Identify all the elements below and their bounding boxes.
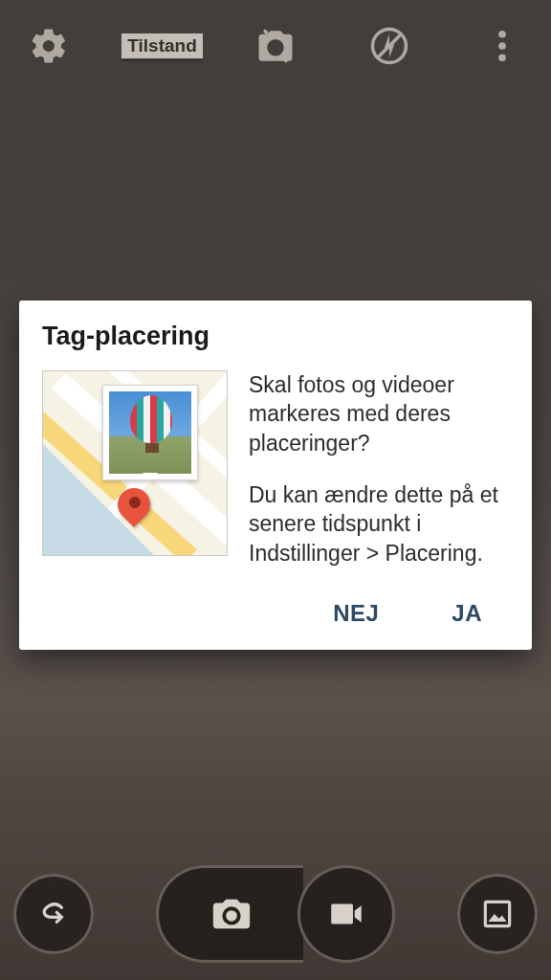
svg-point-3 [498,42,506,50]
capture-controls [156,865,395,963]
switch-camera-icon [255,26,296,66]
dialog-question: Skal fotos og videoer markeres med deres… [249,370,509,457]
back-button[interactable] [13,874,94,954]
gallery-button[interactable] [457,874,538,954]
flash-button[interactable] [362,18,417,74]
settings-button[interactable] [21,18,77,74]
map-pin-icon [118,488,156,526]
camera-icon [209,892,253,936]
svg-point-5 [226,910,237,922]
flash-off-icon [369,26,409,66]
camera-bottom-bar [0,856,551,980]
dialog-hint: Du kan ændre dette på et senere tidspunk… [249,480,509,568]
back-icon [34,895,73,933]
gear-icon [29,26,69,66]
svg-point-4 [498,54,506,61]
video-icon [326,894,366,934]
yes-button[interactable]: JA [444,594,490,633]
mode-button[interactable]: Tilstand [135,18,190,74]
location-illustration [42,370,228,556]
dialog-title: Tag-placering [42,322,509,351]
mode-chip-label: Tilstand [121,33,204,59]
no-button[interactable]: NEJ [325,594,386,633]
more-vert-icon [482,26,522,66]
shutter-button[interactable] [156,865,303,963]
svg-point-2 [498,31,506,38]
video-record-button[interactable] [298,865,395,963]
dialog-actions: NEJ JA [42,587,509,640]
location-tag-dialog: Tag-placering Skal fotos og videoer mark… [19,301,532,650]
overflow-menu-button[interactable] [474,18,530,74]
svg-rect-6 [485,902,509,925]
gallery-icon [479,896,516,932]
switch-camera-button[interactable] [248,18,303,74]
sample-photo-icon [102,385,198,480]
camera-top-toolbar: Tilstand [0,0,551,92]
dialog-message: Skal fotos og videoer markeres med deres… [249,370,509,568]
